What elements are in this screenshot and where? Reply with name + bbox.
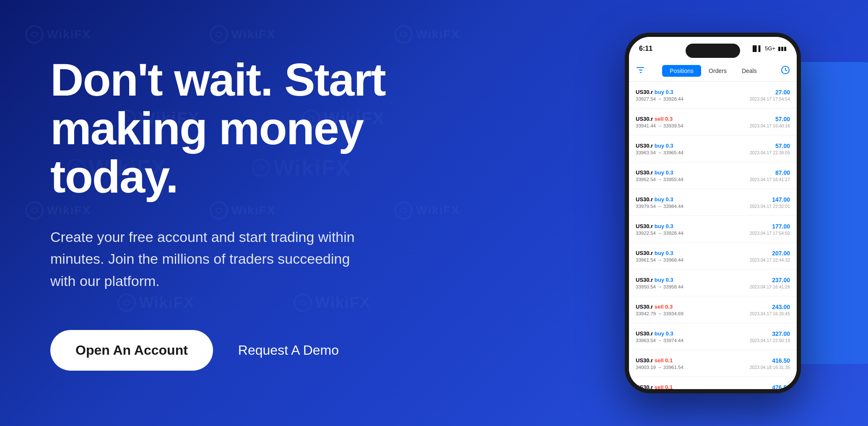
trade-instrument: US30.r buy 0.3: [636, 330, 750, 337]
clock-icon[interactable]: [781, 65, 790, 76]
trade-left: US30.r buy 0.3 33952.54 → 33955.44: [636, 169, 750, 182]
trade-right: 237.00 2023.04.17 16:41:26: [750, 277, 790, 289]
trade-right: 147.00 2023.04.17 22:32:01: [750, 196, 790, 209]
trade-time: 2023.04.17 16:40:16: [750, 123, 790, 128]
trade-prices: 33961.54 → 33968.44: [636, 257, 750, 262]
phone-mockup: 6:11 ▐▌▌ 5G+ ▮▮▮ P: [625, 33, 801, 393]
trade-left: US30.r sell 0.1 34003.19 → 33961.54: [636, 357, 750, 370]
trade-left: US30.r sell 0.3 33941.44 → 33939.54: [636, 116, 750, 128]
status-time: 6:11: [639, 45, 652, 52]
trade-time: 2023.04.17 17:54:50: [750, 231, 790, 236]
trade-pnl: 87.00: [750, 169, 790, 176]
trade-row: US30.r buy 0.3 33979.54 → 33984.44 147.0…: [629, 189, 797, 216]
trade-right: 87.00 2023.04.17 16:41:27: [750, 169, 790, 182]
filter-icon[interactable]: [636, 65, 646, 77]
trade-prices: 33941.44 → 33939.54: [636, 123, 750, 128]
trade-prices: 33927.54 → 33928.44: [636, 96, 750, 101]
trade-row: US30.r sell 0.3 33941.44 → 33939.54 57.0…: [629, 109, 797, 135]
trade-right: 57.00 2023.04.17 16:40:16: [750, 116, 790, 128]
tab-group: Positions Orders Deals: [662, 65, 764, 77]
trade-pnl: 177.00: [750, 223, 790, 230]
trade-right: 27.00 2023.04.17 17:54:54: [750, 89, 790, 101]
trade-instrument: US30.r buy 0.3: [636, 223, 750, 229]
trade-prices: 33979.54 → 33984.44: [636, 204, 750, 209]
trade-row: US30.r buy 0.3 33961.54 → 33968.44 207.0…: [629, 243, 797, 270]
trade-time: 2023.04.17 16:26:45: [750, 311, 790, 316]
hero-section: WikiFX WikiFX WikiFX WikiFX WikiFX WikiF…: [0, 0, 868, 426]
trade-right: 327.00 2023.04.17 22:50:19: [750, 330, 790, 343]
trade-pnl: 476.50: [750, 384, 790, 390]
trade-left: US30.r buy 0.3 33922.54 → 33928.44: [636, 223, 750, 236]
trade-prices: 33942.79 → 33934.69: [636, 311, 750, 316]
trade-prices: 33950.54 → 33958.44: [636, 284, 750, 289]
trade-instrument: US30.r buy 0.3: [636, 143, 750, 149]
trade-row: US30.r sell 0.1 34003.19 → 33961.54 416.…: [629, 350, 797, 377]
trade-right: 207.00 2023.04.17 22:44:32: [750, 250, 790, 262]
trade-left: US30.r sell 0.1 34009.19 → 33961.54: [636, 384, 750, 390]
tab-orders[interactable]: Orders: [701, 65, 734, 77]
hero-subtitle: Create your free account and start tradi…: [50, 226, 369, 292]
trade-row: US30.r buy 0.3 33922.54 → 33928.44 177.0…: [629, 216, 797, 243]
svg-point-2: [395, 26, 412, 43]
trade-pnl: 237.00: [750, 277, 790, 283]
trade-left: US30.r buy 0.3 33950.54 → 33958.44: [636, 277, 750, 289]
trade-pnl: 207.00: [750, 250, 790, 257]
trade-left: US30.r buy 0.3 33927.54 → 33928.44: [636, 89, 750, 101]
trade-pnl: 27.00: [750, 89, 790, 96]
trade-time: 2023.04.17 22:50:19: [750, 338, 790, 343]
trade-pnl: 243.00: [750, 304, 790, 310]
trade-time: 2023.04.18 16:31:35: [750, 365, 790, 370]
trade-prices: 33922.54 → 33928.44: [636, 231, 750, 236]
svg-point-1: [211, 26, 227, 43]
trade-right: 177.00 2023.04.17 17:54:50: [750, 223, 790, 236]
trade-instrument: US30.r sell 0.1: [636, 384, 750, 390]
trade-row: US30.r sell 0.1 34009.19 → 33961.54 476.…: [629, 377, 797, 389]
tab-deals[interactable]: Deals: [734, 65, 764, 77]
trade-left: US30.r buy 0.3 33963.54 → 33974.44: [636, 330, 750, 343]
hero-title: Don't wait. Startmaking money today.: [50, 55, 386, 201]
trade-time: 2023.04.17 16:41:27: [750, 177, 790, 182]
trade-row: US30.r buy 0.3 33950.54 → 33958.44 237.0…: [629, 270, 797, 296]
svg-point-7: [395, 202, 412, 219]
trade-prices: 33963.54 → 33965.44: [636, 150, 750, 155]
trade-instrument: US30.r buy 0.3: [636, 250, 750, 256]
trade-right: 476.50 2023.04.18 16:31:35: [750, 384, 790, 390]
trade-row: US30.r buy 0.3 33927.54 → 33928.44 27.00…: [629, 82, 797, 109]
app-header: Positions Orders Deals: [629, 60, 797, 82]
hero-content: Don't wait. Startmaking money today. Cre…: [0, 55, 386, 371]
open-account-button[interactable]: Open An Account: [50, 330, 213, 371]
request-demo-button[interactable]: Request A Demo: [238, 343, 339, 358]
trades-list: US30.r buy 0.3 33927.54 → 33928.44 27.00…: [629, 82, 797, 389]
trade-instrument: US30.r sell 0.1: [636, 357, 750, 364]
trade-prices: 34003.19 → 33961.54: [636, 365, 750, 370]
trade-time: 2023.04.17 22:32:01: [750, 204, 790, 209]
trade-instrument: US30.r sell 0.3: [636, 116, 750, 122]
trade-instrument: US30.r buy 0.3: [636, 169, 750, 176]
trade-pnl: 147.00: [750, 196, 790, 203]
trade-row: US30.r buy 0.3 33963.54 → 33965.44 57.00…: [629, 135, 797, 162]
cta-buttons: Open An Account Request A Demo: [50, 330, 386, 371]
trade-time: 2023.04.17 22:38:05: [750, 150, 790, 155]
trade-time: 2023.04.17 22:44:32: [750, 257, 790, 262]
trade-instrument: US30.r sell 0.3: [636, 304, 750, 310]
trade-prices: 33963.54 → 33974.44: [636, 338, 750, 343]
trade-instrument: US30.r buy 0.3: [636, 277, 750, 283]
status-icons: ▐▌▌ 5G+ ▮▮▮: [751, 45, 787, 52]
trade-row: US30.r buy 0.3 33963.54 → 33974.44 327.0…: [629, 323, 797, 350]
trade-pnl: 57.00: [750, 143, 790, 149]
signal-icon: ▐▌▌: [751, 45, 762, 52]
trade-pnl: 57.00: [750, 116, 790, 122]
trade-row: US30.r sell 0.3 33942.79 → 33934.69 243.…: [629, 296, 797, 323]
trade-right: 416.50 2023.04.18 16:31:35: [750, 357, 790, 370]
tab-positions[interactable]: Positions: [662, 65, 701, 77]
trade-right: 243.00 2023.04.17 16:26:45: [750, 304, 790, 316]
trade-prices: 33952.54 → 33955.44: [636, 177, 750, 182]
phone-mockup-wrapper: 6:11 ▐▌▌ 5G+ ▮▮▮ P: [692, 33, 868, 393]
trade-left: US30.r buy 0.3 33979.54 → 33984.44: [636, 196, 750, 209]
dynamic-island: [686, 44, 740, 58]
trade-right: 57.00 2023.04.17 22:38:05: [750, 143, 790, 155]
trade-instrument: US30.r buy 0.3: [636, 89, 750, 95]
trade-row: US30.r buy 0.3 33952.54 → 33955.44 87.00…: [629, 162, 797, 189]
battery-icon: ▮▮▮: [778, 45, 787, 52]
network-type: 5G+: [765, 45, 775, 52]
